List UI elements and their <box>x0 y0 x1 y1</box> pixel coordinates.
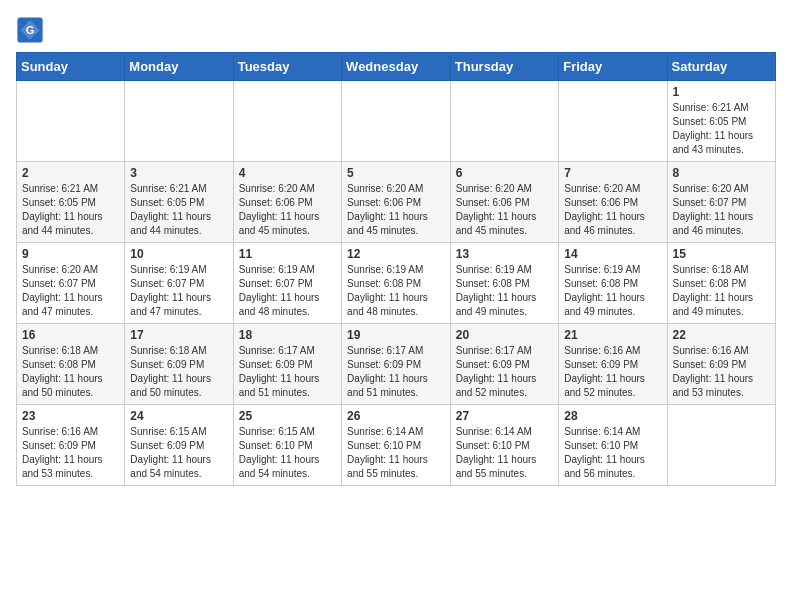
calendar-cell: 4Sunrise: 6:20 AM Sunset: 6:06 PM Daylig… <box>233 162 341 243</box>
day-number: 7 <box>564 166 661 180</box>
day-number: 19 <box>347 328 445 342</box>
day-info: Sunrise: 6:19 AM Sunset: 6:07 PM Dayligh… <box>130 263 227 319</box>
calendar-header-row: SundayMondayTuesdayWednesdayThursdayFrid… <box>17 53 776 81</box>
day-info: Sunrise: 6:14 AM Sunset: 6:10 PM Dayligh… <box>564 425 661 481</box>
calendar-cell: 5Sunrise: 6:20 AM Sunset: 6:06 PM Daylig… <box>342 162 451 243</box>
day-info: Sunrise: 6:15 AM Sunset: 6:10 PM Dayligh… <box>239 425 336 481</box>
calendar-cell: 15Sunrise: 6:18 AM Sunset: 6:08 PM Dayli… <box>667 243 776 324</box>
calendar-cell: 22Sunrise: 6:16 AM Sunset: 6:09 PM Dayli… <box>667 324 776 405</box>
day-number: 13 <box>456 247 553 261</box>
logo: G <box>16 16 48 44</box>
calendar-week-row: 16Sunrise: 6:18 AM Sunset: 6:08 PM Dayli… <box>17 324 776 405</box>
calendar-cell <box>125 81 233 162</box>
calendar-cell <box>450 81 558 162</box>
calendar-table: SundayMondayTuesdayWednesdayThursdayFrid… <box>16 52 776 486</box>
day-info: Sunrise: 6:21 AM Sunset: 6:05 PM Dayligh… <box>130 182 227 238</box>
day-number: 5 <box>347 166 445 180</box>
day-info: Sunrise: 6:17 AM Sunset: 6:09 PM Dayligh… <box>456 344 553 400</box>
day-number: 11 <box>239 247 336 261</box>
day-info: Sunrise: 6:18 AM Sunset: 6:08 PM Dayligh… <box>673 263 771 319</box>
day-number: 28 <box>564 409 661 423</box>
day-info: Sunrise: 6:20 AM Sunset: 6:06 PM Dayligh… <box>564 182 661 238</box>
calendar-cell: 9Sunrise: 6:20 AM Sunset: 6:07 PM Daylig… <box>17 243 125 324</box>
day-info: Sunrise: 6:16 AM Sunset: 6:09 PM Dayligh… <box>673 344 771 400</box>
svg-text:G: G <box>26 24 35 36</box>
day-number: 9 <box>22 247 119 261</box>
calendar-cell: 12Sunrise: 6:19 AM Sunset: 6:08 PM Dayli… <box>342 243 451 324</box>
calendar-cell: 14Sunrise: 6:19 AM Sunset: 6:08 PM Dayli… <box>559 243 667 324</box>
calendar-cell: 10Sunrise: 6:19 AM Sunset: 6:07 PM Dayli… <box>125 243 233 324</box>
calendar-cell: 3Sunrise: 6:21 AM Sunset: 6:05 PM Daylig… <box>125 162 233 243</box>
calendar-week-row: 1Sunrise: 6:21 AM Sunset: 6:05 PM Daylig… <box>17 81 776 162</box>
weekday-header-saturday: Saturday <box>667 53 776 81</box>
day-number: 23 <box>22 409 119 423</box>
calendar-cell: 18Sunrise: 6:17 AM Sunset: 6:09 PM Dayli… <box>233 324 341 405</box>
day-number: 14 <box>564 247 661 261</box>
day-number: 8 <box>673 166 771 180</box>
day-number: 4 <box>239 166 336 180</box>
day-number: 2 <box>22 166 119 180</box>
calendar-cell <box>233 81 341 162</box>
logo-icon: G <box>16 16 44 44</box>
day-info: Sunrise: 6:20 AM Sunset: 6:06 PM Dayligh… <box>456 182 553 238</box>
calendar-cell <box>342 81 451 162</box>
calendar-cell: 28Sunrise: 6:14 AM Sunset: 6:10 PM Dayli… <box>559 405 667 486</box>
calendar-cell <box>667 405 776 486</box>
day-number: 25 <box>239 409 336 423</box>
day-info: Sunrise: 6:20 AM Sunset: 6:07 PM Dayligh… <box>673 182 771 238</box>
day-info: Sunrise: 6:16 AM Sunset: 6:09 PM Dayligh… <box>564 344 661 400</box>
day-number: 20 <box>456 328 553 342</box>
calendar-cell: 20Sunrise: 6:17 AM Sunset: 6:09 PM Dayli… <box>450 324 558 405</box>
day-number: 18 <box>239 328 336 342</box>
day-number: 24 <box>130 409 227 423</box>
day-info: Sunrise: 6:19 AM Sunset: 6:08 PM Dayligh… <box>347 263 445 319</box>
day-number: 12 <box>347 247 445 261</box>
calendar-week-row: 2Sunrise: 6:21 AM Sunset: 6:05 PM Daylig… <box>17 162 776 243</box>
calendar-week-row: 9Sunrise: 6:20 AM Sunset: 6:07 PM Daylig… <box>17 243 776 324</box>
day-number: 21 <box>564 328 661 342</box>
calendar-cell: 6Sunrise: 6:20 AM Sunset: 6:06 PM Daylig… <box>450 162 558 243</box>
day-info: Sunrise: 6:21 AM Sunset: 6:05 PM Dayligh… <box>673 101 771 157</box>
calendar-cell: 24Sunrise: 6:15 AM Sunset: 6:09 PM Dayli… <box>125 405 233 486</box>
page-header: G <box>16 16 776 44</box>
weekday-header-tuesday: Tuesday <box>233 53 341 81</box>
calendar-cell: 23Sunrise: 6:16 AM Sunset: 6:09 PM Dayli… <box>17 405 125 486</box>
calendar-cell: 2Sunrise: 6:21 AM Sunset: 6:05 PM Daylig… <box>17 162 125 243</box>
calendar-cell: 25Sunrise: 6:15 AM Sunset: 6:10 PM Dayli… <box>233 405 341 486</box>
weekday-header-thursday: Thursday <box>450 53 558 81</box>
day-info: Sunrise: 6:20 AM Sunset: 6:06 PM Dayligh… <box>239 182 336 238</box>
day-info: Sunrise: 6:15 AM Sunset: 6:09 PM Dayligh… <box>130 425 227 481</box>
weekday-header-monday: Monday <box>125 53 233 81</box>
day-info: Sunrise: 6:17 AM Sunset: 6:09 PM Dayligh… <box>347 344 445 400</box>
calendar-week-row: 23Sunrise: 6:16 AM Sunset: 6:09 PM Dayli… <box>17 405 776 486</box>
calendar-cell: 19Sunrise: 6:17 AM Sunset: 6:09 PM Dayli… <box>342 324 451 405</box>
calendar-cell <box>559 81 667 162</box>
calendar-cell: 13Sunrise: 6:19 AM Sunset: 6:08 PM Dayli… <box>450 243 558 324</box>
day-number: 17 <box>130 328 227 342</box>
day-info: Sunrise: 6:19 AM Sunset: 6:08 PM Dayligh… <box>564 263 661 319</box>
day-info: Sunrise: 6:19 AM Sunset: 6:08 PM Dayligh… <box>456 263 553 319</box>
day-info: Sunrise: 6:19 AM Sunset: 6:07 PM Dayligh… <box>239 263 336 319</box>
calendar-cell: 27Sunrise: 6:14 AM Sunset: 6:10 PM Dayli… <box>450 405 558 486</box>
day-info: Sunrise: 6:21 AM Sunset: 6:05 PM Dayligh… <box>22 182 119 238</box>
day-number: 15 <box>673 247 771 261</box>
calendar-cell: 26Sunrise: 6:14 AM Sunset: 6:10 PM Dayli… <box>342 405 451 486</box>
calendar-cell: 21Sunrise: 6:16 AM Sunset: 6:09 PM Dayli… <box>559 324 667 405</box>
day-number: 27 <box>456 409 553 423</box>
day-number: 16 <box>22 328 119 342</box>
day-number: 10 <box>130 247 227 261</box>
calendar-cell: 8Sunrise: 6:20 AM Sunset: 6:07 PM Daylig… <box>667 162 776 243</box>
calendar-cell: 7Sunrise: 6:20 AM Sunset: 6:06 PM Daylig… <box>559 162 667 243</box>
day-number: 1 <box>673 85 771 99</box>
day-info: Sunrise: 6:18 AM Sunset: 6:09 PM Dayligh… <box>130 344 227 400</box>
weekday-header-sunday: Sunday <box>17 53 125 81</box>
day-number: 22 <box>673 328 771 342</box>
weekday-header-wednesday: Wednesday <box>342 53 451 81</box>
day-number: 26 <box>347 409 445 423</box>
day-number: 3 <box>130 166 227 180</box>
day-info: Sunrise: 6:20 AM Sunset: 6:07 PM Dayligh… <box>22 263 119 319</box>
day-info: Sunrise: 6:20 AM Sunset: 6:06 PM Dayligh… <box>347 182 445 238</box>
calendar-cell <box>17 81 125 162</box>
day-info: Sunrise: 6:14 AM Sunset: 6:10 PM Dayligh… <box>456 425 553 481</box>
day-info: Sunrise: 6:18 AM Sunset: 6:08 PM Dayligh… <box>22 344 119 400</box>
